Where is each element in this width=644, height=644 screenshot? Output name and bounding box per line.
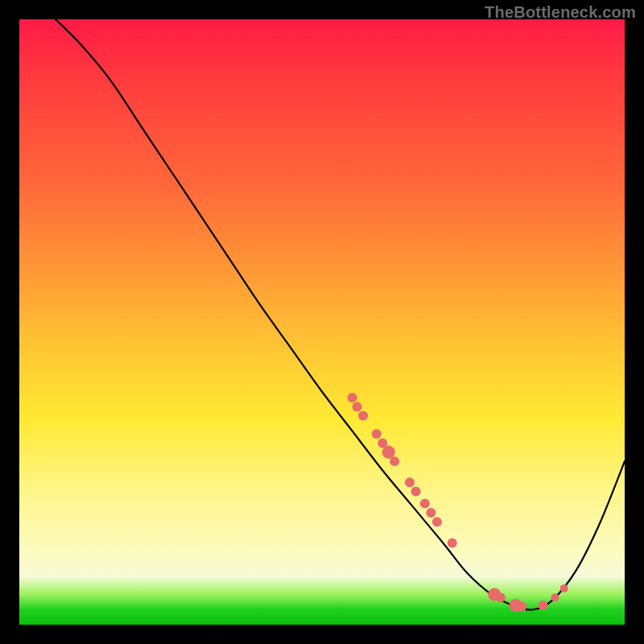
curve-marker xyxy=(353,402,362,411)
curve-marker xyxy=(539,601,548,610)
curve-marker xyxy=(426,508,436,518)
curve-marker xyxy=(432,517,442,526)
curve-marker xyxy=(496,592,506,602)
curve-marker xyxy=(560,584,568,592)
curve-marker xyxy=(348,393,357,402)
curve-marker xyxy=(411,487,421,497)
marker-group xyxy=(348,393,568,612)
curve-marker xyxy=(382,446,395,459)
curve-marker xyxy=(405,477,415,487)
curve-marker xyxy=(390,456,399,466)
watermark-text: TheBottleneck.com xyxy=(485,3,636,22)
curve-marker xyxy=(420,499,430,509)
curve-layer xyxy=(19,19,625,625)
bottleneck-curve xyxy=(56,19,625,610)
curve-marker xyxy=(551,593,559,601)
curve-marker xyxy=(372,429,382,439)
curve-marker xyxy=(517,601,526,611)
plot-area xyxy=(19,19,625,625)
curve-marker xyxy=(448,539,457,548)
chart-stage: TheBottleneck.com xyxy=(0,0,644,644)
curve-marker xyxy=(358,411,368,421)
